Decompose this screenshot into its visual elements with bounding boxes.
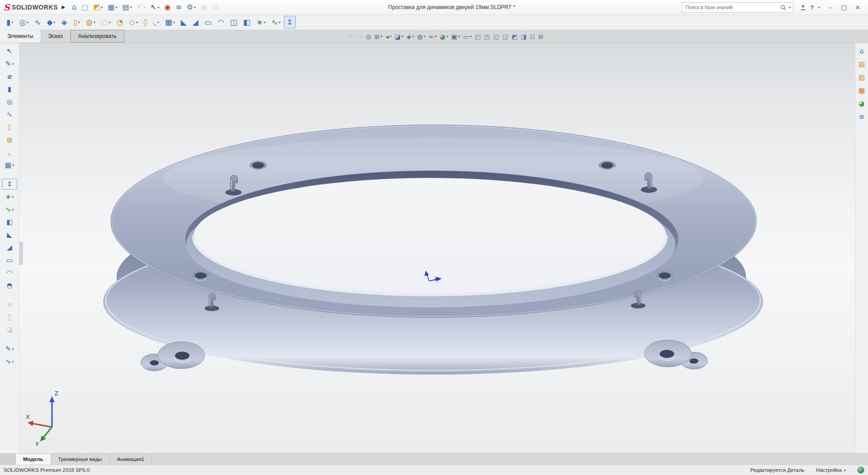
zoom-to-fit-icon[interactable]: ◎: [365, 31, 372, 42]
tab-features[interactable]: Элементы: [0, 30, 41, 43]
chevron-down-icon[interactable]: ▾: [27, 20, 28, 24]
chevron-down-icon[interactable]: ▾: [54, 20, 56, 24]
edit-appearance-icon[interactable]: ◕ ▾: [439, 31, 449, 42]
toolbar-expand-icon[interactable]: ▶: [61, 5, 65, 10]
graphics-area[interactable]: Z X y: [19, 43, 855, 453]
minimize-window-icon[interactable]: –: [824, 2, 837, 13]
file-explorer-icon[interactable]: ▥: [856, 74, 868, 81]
print-icon[interactable]: ▤ ▾: [120, 1, 134, 13]
chevron-down-icon[interactable]: ▾: [194, 5, 196, 10]
revolved-boss-icon[interactable]: ◎: [2, 96, 17, 107]
rib-icon[interactable]: ◣: [178, 16, 189, 28]
chevron-down-icon[interactable]: ▾: [94, 20, 95, 24]
left-view-icon[interactable]: ◱: [492, 31, 500, 42]
display-style-icon[interactable]: ◍ ▾: [416, 31, 426, 42]
top-view-icon[interactable]: ◩: [510, 31, 518, 42]
view-orientation-icon[interactable]: ◈ ▾: [406, 31, 415, 42]
tab-model[interactable]: Модель: [16, 454, 51, 465]
shell-icon[interactable]: ▭: [2, 255, 17, 266]
home-icon[interactable]: ⌂: [857, 48, 867, 55]
curves-icon[interactable]: ∿ ▾: [2, 204, 17, 215]
user-account-icon[interactable]: [800, 4, 807, 11]
redo-icon[interactable]: ↷: [356, 31, 363, 42]
search-input[interactable]: [684, 4, 778, 10]
lofted-cut-icon[interactable]: ◇ ▾: [127, 16, 141, 28]
boundary-cut-icon[interactable]: ◊: [141, 16, 150, 28]
chevron-down-icon[interactable]: ▾: [12, 195, 14, 199]
save-icon[interactable]: ▦ ▾: [105, 1, 119, 13]
tab-3d-views[interactable]: Трехмерные виды: [51, 454, 110, 465]
chevron-down-icon[interactable]: ▾: [136, 20, 138, 24]
mounting-ear-left[interactable]: [141, 342, 205, 371]
chevron-down-icon[interactable]: ▾: [264, 20, 265, 24]
undo-icon[interactable]: ↶ ▾: [135, 1, 148, 13]
swept-cut-icon[interactable]: ◔: [114, 16, 126, 28]
panel-splitter-handle[interactable]: [19, 242, 23, 265]
lofted-boss-icon[interactable]: ◆ ▾: [44, 16, 58, 28]
chevron-down-icon[interactable]: ▾: [278, 20, 280, 24]
swept-boss-icon[interactable]: ∿: [2, 109, 17, 120]
reference-geometry-icon[interactable]: ∗ ▾: [254, 16, 268, 28]
chevron-down-icon[interactable]: ▾: [424, 34, 425, 38]
spline-icon[interactable]: ∿ ▾: [2, 356, 17, 367]
hide-show-items-icon[interactable]: ∞ ▾: [428, 31, 438, 42]
dome-icon[interactable]: ◓: [2, 280, 17, 291]
custom-properties-icon[interactable]: ≡: [856, 113, 868, 121]
resource-monitor-icon[interactable]: [857, 466, 864, 474]
front-view-icon[interactable]: ◰: [474, 31, 481, 42]
chevron-down-icon[interactable]: ▾: [101, 5, 103, 10]
hole-wizard-icon[interactable]: ◍: [2, 134, 17, 145]
undo-icon[interactable]: ↶: [348, 31, 355, 42]
chevron-down-icon[interactable]: ▾: [458, 34, 460, 38]
select-icon[interactable]: ↖ ▾: [148, 1, 161, 13]
tab-evaluate[interactable]: Анализировать: [71, 30, 124, 43]
restore-window-icon[interactable]: ▢: [837, 2, 851, 13]
instant3d-icon[interactable]: ↕: [284, 16, 296, 28]
instant3d-icon[interactable]: ↕: [2, 179, 17, 190]
linear-pattern-icon[interactable]: ▦ ▾: [162, 16, 178, 28]
new-document-icon[interactable]: ▢: [79, 1, 90, 13]
chevron-down-icon[interactable]: ▾: [401, 34, 403, 38]
chevron-down-icon[interactable]: ▾: [78, 20, 80, 24]
measure-icon[interactable]: ⌀: [2, 299, 17, 310]
swept-boss-icon[interactable]: ∿: [32, 16, 43, 28]
chevron-down-icon[interactable]: ▾: [11, 20, 13, 24]
wrap-icon[interactable]: ◠: [2, 267, 17, 278]
close-window-icon[interactable]: ×: [851, 2, 864, 13]
extruded-boss-icon[interactable]: ▮: [2, 84, 17, 95]
help-button[interactable]: ?: [810, 4, 814, 11]
draft-icon[interactable]: ◢: [2, 242, 17, 253]
zoom-to-area-icon[interactable]: ⊞ ▾: [373, 31, 383, 42]
chevron-down-icon[interactable]: ▾: [173, 20, 175, 24]
copy-icon[interactable]: ▣: [198, 1, 210, 13]
intersect-icon[interactable]: ◫: [227, 16, 240, 28]
mirror-icon[interactable]: ◧: [241, 16, 253, 28]
file-properties-icon[interactable]: ≡: [173, 1, 184, 13]
chevron-down-icon[interactable]: ▾: [12, 360, 14, 364]
linear-pattern-icon[interactable]: ▦ ▾: [2, 160, 17, 171]
paste-icon[interactable]: ▥: [210, 1, 222, 13]
chevron-down-icon[interactable]: ▾: [115, 5, 117, 10]
chevron-down-icon[interactable]: ▾: [12, 62, 14, 66]
tab-sketch[interactable]: Эскиз: [41, 30, 71, 43]
chevron-down-icon[interactable]: ▾: [446, 34, 448, 38]
chevron-down-icon[interactable]: ▾: [157, 20, 159, 24]
chevron-down-icon[interactable]: ▾: [412, 34, 414, 38]
back-view-icon[interactable]: ◳: [483, 31, 491, 42]
chevron-down-icon[interactable]: ▾: [144, 5, 146, 10]
reference-geometry-icon[interactable]: ∗ ▾: [2, 191, 17, 202]
help-caret-icon[interactable]: ▾: [818, 5, 820, 10]
rib-icon[interactable]: ◣: [2, 229, 17, 240]
extruded-cut-icon[interactable]: ▯ ▾: [71, 16, 83, 28]
appearances-icon[interactable]: ◕: [856, 100, 867, 108]
hole-wizard-icon[interactable]: ◍ ▾: [83, 16, 98, 28]
extruded-cut-icon[interactable]: ▯: [2, 122, 17, 133]
chevron-down-icon[interactable]: ▾: [12, 163, 14, 167]
right-view-icon[interactable]: ◲: [501, 31, 509, 42]
mirror-icon[interactable]: ◧: [2, 217, 17, 228]
four-viewports-icon[interactable]: ⊞: [538, 31, 545, 42]
chevron-down-icon[interactable]: ▾: [157, 5, 159, 10]
3d-sketch-icon[interactable]: ✎ ▾: [2, 343, 17, 354]
view-palette-icon[interactable]: ▦: [856, 87, 868, 95]
search-icon[interactable]: [780, 5, 786, 10]
